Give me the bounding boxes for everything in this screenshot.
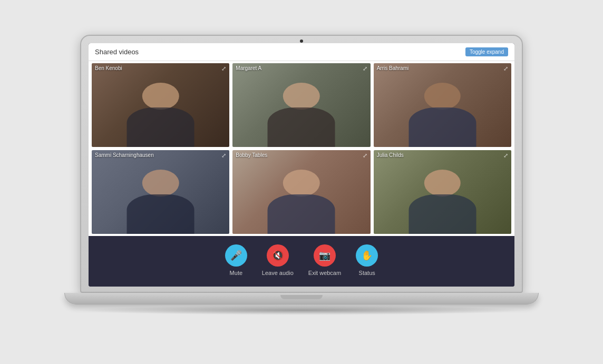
leave-audio-icon-circle: 🔇 [267,244,289,267]
avatar-margaret [254,75,350,146]
expand-icon-sammi[interactable]: ⤢ [221,152,226,159]
exit-webcam-label: Exit webcam [308,270,341,276]
video-cell-bobby: Bobby Tables ⤢ [232,150,370,234]
participant-name-arris: Arris Bahrami [377,65,409,71]
status-button[interactable]: ✋ Status [356,244,378,276]
status-label: Status [359,270,375,276]
avatar-arris [394,75,491,146]
avatar-julia [394,162,491,233]
screen: Shared videos Toggle expand Ben Kenobi ⤢… [89,43,514,287]
video-cell-ben: Ben Kenobi ⤢ [92,63,229,147]
participant-name-ben: Ben Kenobi [95,65,122,71]
mute-label: Mute [230,270,242,276]
expand-icon-julia[interactable]: ⤢ [503,152,508,159]
avatar-ben [112,75,209,146]
avatar-sammi [112,162,209,233]
participant-name-margaret: Margaret A [236,65,261,71]
leave-audio-button[interactable]: 🔇 Leave audio [262,244,294,276]
leave-audio-label: Leave audio [262,270,294,276]
expand-icon-arris[interactable]: ⤢ [503,65,508,72]
participant-name-sammi: Sammi Scharninghausen [95,152,154,158]
expand-icon-margaret[interactable]: ⤢ [363,65,367,72]
expand-icon-ben[interactable]: ⤢ [221,65,226,72]
toggle-expand-button[interactable]: Toggle expand [465,47,508,56]
video-cell-sammi: Sammi Scharninghausen ⤢ [92,150,229,234]
participant-name-bobby: Bobby Tables [236,152,267,158]
video-grid: Ben Kenobi ⤢ Margaret A ⤢ [89,61,514,236]
laptop-lid: Shared videos Toggle expand Ben Kenobi ⤢… [80,35,523,293]
expand-icon-bobby[interactable]: ⤢ [363,152,367,159]
avatar-bobby [254,162,350,233]
webcam-dot [300,40,303,43]
status-icon-circle: ✋ [356,244,378,267]
participant-name-julia: Julia Childs [377,152,404,158]
laptop-container: Shared videos Toggle expand Ben Kenobi ⤢… [75,35,528,330]
screen-header: Shared videos Toggle expand [89,43,514,61]
video-cell-julia: Julia Childs ⤢ [374,150,511,234]
mute-button[interactable]: 🎤 Mute [225,244,247,276]
mute-icon-circle: 🎤 [225,244,247,267]
video-cell-arris: Arris Bahrami ⤢ [374,63,511,147]
laptop-base [64,293,539,304]
exit-webcam-icon-circle: 📷 [314,244,336,267]
video-cell-margaret: Margaret A ⤢ [232,63,370,147]
laptop-shadow [75,306,528,315]
screen-title: Shared videos [95,48,139,56]
controls-bar: 🎤 Mute 🔇 Leave audio 📷 Exit webcam ✋ Sta… [89,236,514,287]
exit-webcam-button[interactable]: 📷 Exit webcam [308,244,341,276]
